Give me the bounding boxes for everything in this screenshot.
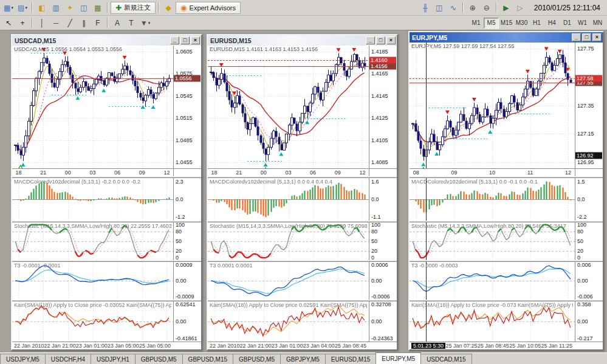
axis-tick-label: 0.00 (577, 319, 588, 325)
macd-price-axis[interactable]: 2.30.0-1.2 (173, 178, 201, 221)
timeframe-button-m15[interactable]: M15 (499, 18, 514, 29)
stoch-price-axis[interactable]: 1008050200 (369, 222, 397, 260)
minimize-button[interactable]: _ (572, 33, 581, 41)
kairi-plot[interactable]: Kairi(SMA((18)) Apply to Close price 0.0… (208, 301, 369, 342)
maximize-button[interactable]: □ (180, 36, 190, 44)
line-chart-icon[interactable]: ∿ (447, 2, 460, 14)
close-button[interactable]: × (386, 36, 396, 44)
chart-tab[interactable]: GBPUSD,M15 (182, 354, 233, 364)
channel-icon[interactable]: ∥ (77, 17, 91, 29)
chart-window-titlebar[interactable]: EURUSD,M15_□× (208, 35, 397, 46)
navigator-icon[interactable]: ✦ (63, 2, 77, 14)
chart-tab[interactable]: USDJPY,H1 (91, 354, 135, 364)
toolbar-right-icons: ╫◫∿⊕⊖▶▷ (419, 2, 527, 14)
chart-tab[interactable]: USDJPY,M5 (0, 354, 46, 364)
market-watch-icon[interactable]: ◧ (35, 2, 49, 14)
timeframe-button-m30[interactable]: M30 (514, 18, 529, 29)
new-chart-icon[interactable]: ▦▾ (2, 2, 15, 14)
text-icon[interactable]: A (111, 17, 124, 29)
chart-tab[interactable]: USDCHF,H4 (45, 354, 91, 364)
zoom-out-icon[interactable]: ⊖ (480, 2, 493, 14)
candlestick-chart-icon[interactable]: ◫ (433, 2, 446, 14)
close-button[interactable]: × (592, 33, 602, 41)
auto-scroll-icon[interactable]: ▶ (499, 2, 513, 14)
maximize-button[interactable]: □ (582, 33, 591, 41)
stoch-plot[interactable]: Stochastic (M15,14,3,3,SMMA,Low/High,80,… (12, 222, 173, 260)
terminal-icon[interactable]: ◫ (77, 2, 91, 14)
new-order-button[interactable]: ✚新規注文 (111, 2, 156, 14)
indicator-label: Stochastic (M5,14,3,3,SMMA,Low/High,80,2… (411, 223, 566, 229)
main-price-axis[interactable]: 127.75127.55127.35127.15126.95127.55127.… (575, 43, 603, 168)
stoch-price-axis[interactable]: 1008050200 (173, 222, 201, 260)
macd-plot[interactable]: MACDColoredv102decimal (5,13,1) 0.0 -0.1… (410, 178, 575, 221)
timeframe-button-h4[interactable]: H4 (544, 18, 560, 29)
timeframe-button-d1[interactable]: D1 (560, 18, 575, 29)
timeframe-button-m1[interactable]: M1 (468, 18, 484, 29)
zoom-in-icon[interactable]: ⊕ (466, 2, 479, 14)
axis-tick-label: 2.3 (176, 179, 183, 184)
t3-plot[interactable]: T3 0.0001 0.0001 (208, 262, 369, 300)
time-axis-label: 00 (261, 170, 267, 176)
stoch-plot[interactable]: Stochastic (M5,14,3,3,SMMA,Low/High,80,2… (410, 222, 575, 260)
macd-plot[interactable]: MACDColoredv102decimal (5,13,1) 0.0 0.4 … (208, 178, 369, 221)
axis-tick-label: 80 (577, 228, 583, 234)
data-window-icon[interactable]: ▥ (49, 2, 63, 14)
horizontal-line-icon[interactable]: ─ (49, 17, 63, 29)
strategy-tester-icon: ▩ (94, 4, 101, 12)
main-plot[interactable]: USDCAD,M15 1.0556 1.0564 1.0553 1.0556 (12, 46, 173, 168)
date-axis: 5.01.23 5:3025 Jan 07:2525 Jan 08:4525 J… (410, 342, 603, 349)
kairi-price-axis[interactable]: 0.625410.00-0.41861 (173, 301, 201, 342)
chart-tab[interactable]: USDCAD,M15 (420, 354, 472, 364)
kairi-plot[interactable]: Kairi(SMA((18)) Apply to Close price -0.… (410, 301, 575, 342)
chart-tab[interactable]: GBPJPY,M5 (280, 354, 326, 364)
cursor-icon[interactable]: ↖ (2, 17, 15, 29)
trendline-icon[interactable]: ╱ (63, 17, 77, 29)
dropdown-caret-icon: ▾ (11, 5, 13, 10)
macd-plot[interactable]: MACDColoredv102decimal (5,13,1) -0.2 0.0… (12, 178, 173, 221)
t3-price-axis[interactable]: 0.00060.00-0.0006 (369, 262, 397, 300)
vertical-line-icon[interactable]: │ (35, 17, 49, 29)
chart-window-titlebar[interactable]: USDCAD,M15_□× (12, 35, 201, 46)
t3-plot[interactable]: T3 -0.0000 -0.0003 (410, 262, 575, 300)
kairi-price-axis[interactable]: 0.327080.00-0.24363 (369, 301, 397, 342)
bar-chart-icon[interactable]: ╫ (419, 2, 432, 14)
main-plot[interactable]: EURJPY,M5 127.59 127.59 127.54 127.55 (410, 43, 575, 168)
kairi-plot[interactable]: Kairi(SMA((18)) Apply to Close price -0.… (12, 301, 173, 342)
stoch-price-axis[interactable]: 1008050200 (575, 222, 603, 260)
minimize-button[interactable]: _ (366, 36, 375, 44)
t3-plot[interactable]: T3 -0.0001 -0.0001 (12, 262, 173, 300)
arrows-icon[interactable]: ▼▾ (139, 17, 152, 29)
date-axis-label: 22 Jan 2010 (14, 343, 44, 349)
main-price-axis[interactable]: 1.06051.05751.05451.05151.04851.04551.05… (173, 46, 201, 168)
maximize-button[interactable]: □ (376, 36, 385, 44)
chart-window-titlebar[interactable]: EURJPY,M5_□× (410, 32, 603, 43)
chart-tab[interactable]: EURJPY,M5 (376, 352, 421, 364)
timeframe-button-h1[interactable]: H1 (529, 18, 544, 29)
macd-price-axis[interactable]: 1.60.0-1.1 (369, 178, 397, 221)
macd-price-axis[interactable]: 1.50.0-2.2 (575, 178, 603, 221)
t3-price-axis[interactable]: 0.0060.00-0.006 (575, 262, 603, 300)
metaeditor-icon[interactable]: ◆ (162, 2, 175, 14)
fibonacci-icon[interactable]: F (91, 17, 105, 29)
text-label-icon[interactable]: T (125, 17, 138, 29)
minimize-button[interactable]: _ (170, 36, 179, 44)
crosshair-icon[interactable]: + (16, 17, 29, 29)
chart-tab[interactable]: GBPUSD,M5 (135, 354, 183, 364)
timeframe-button-mn[interactable]: MN (590, 18, 605, 29)
timeframe-button-w1[interactable]: W1 (575, 18, 590, 29)
profiles-icon[interactable]: ▤▾ (16, 2, 29, 14)
expert-advisors-button[interactable]: ◉Expert Advisors (176, 2, 241, 14)
kairi-price-axis[interactable]: 0.3580.00-0.217 (575, 301, 603, 342)
date-axis-label: 22 Jan 2010 (210, 343, 240, 349)
chart-tab[interactable]: GBPUSD,M5 (233, 354, 281, 364)
timeframe-button-m5[interactable]: M5 (484, 18, 499, 29)
t3-price-axis[interactable]: 0.00090.00-0.0009 (173, 262, 201, 300)
main-price-axis[interactable]: 1.41851.41651.41451.41251.41051.40851.41… (369, 46, 397, 168)
chart-tab[interactable]: EURUSD,M15 (325, 354, 376, 364)
main-plot[interactable]: EURUSD,M15 1.4161 1.4163 1.4153 1.4156 (208, 46, 369, 168)
stoch-plot[interactable]: Stochastic (M15,14,3,3,SMMA,Low/High,80,… (208, 222, 369, 260)
chart-shift-icon[interactable]: ▷ (513, 2, 527, 14)
time-axis-label: 03 (89, 170, 95, 176)
close-button[interactable]: × (191, 36, 200, 44)
strategy-tester-icon[interactable]: ▩ (91, 2, 105, 14)
